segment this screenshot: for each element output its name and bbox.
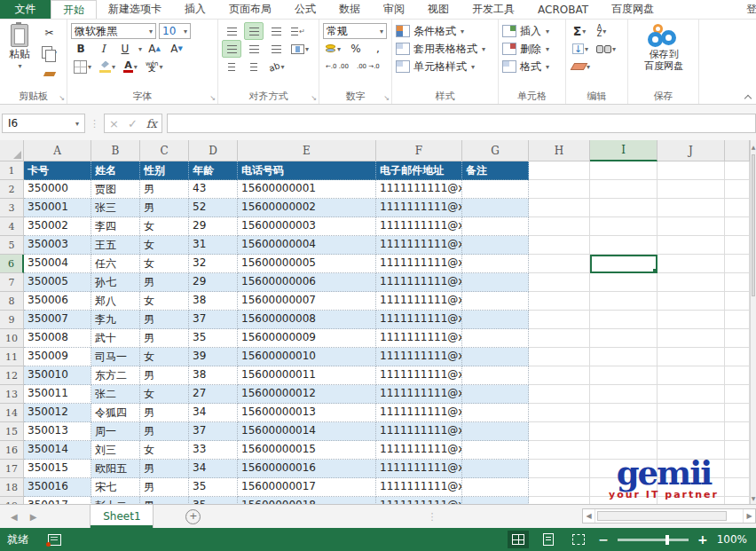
cell-A11[interactable]: 350009 xyxy=(24,348,91,366)
cell-G6[interactable] xyxy=(462,255,529,273)
cell-E17[interactable]: 15600000016 xyxy=(238,460,376,478)
scroll-left-icon[interactable]: ◀ xyxy=(583,509,595,523)
cell-J4[interactable] xyxy=(658,217,725,236)
cell-A5[interactable]: 350003 xyxy=(24,236,91,255)
cell-partial10[interactable] xyxy=(725,329,750,348)
row-header-4[interactable]: 4 xyxy=(0,217,24,236)
cell-F3[interactable]: 1111111111@xx.co xyxy=(376,199,462,217)
ribbon-tab-11[interactable]: 百度网盘 xyxy=(600,0,665,19)
cell-G5[interactable] xyxy=(462,236,529,255)
collapse-ribbon-icon[interactable] xyxy=(745,94,752,100)
cell-F18[interactable]: 1111111111@xx.co xyxy=(376,478,462,497)
ribbon-tab-5[interactable]: 公式 xyxy=(283,0,327,19)
cell-E5[interactable]: 15600000004 xyxy=(238,236,376,255)
cell-J19[interactable] xyxy=(658,497,725,504)
zoom-slider[interactable] xyxy=(618,539,689,541)
cell-F13[interactable]: 1111111111@xx.co xyxy=(376,385,462,404)
align-middle-button[interactable] xyxy=(244,22,264,40)
cell-partial19[interactable] xyxy=(725,497,750,504)
percent-style-button[interactable]: % xyxy=(346,40,366,58)
cell-H8[interactable] xyxy=(529,292,590,311)
cell-I3[interactable] xyxy=(590,199,658,217)
cell-A19[interactable]: 350017 xyxy=(24,497,91,504)
cell-H2[interactable] xyxy=(529,180,590,199)
cell-F16[interactable]: 1111111111@xx.co xyxy=(376,441,462,460)
cell-A4[interactable]: 350002 xyxy=(24,217,91,236)
row-header-9[interactable]: 9 xyxy=(0,311,24,329)
cut-button[interactable]: ✂ xyxy=(39,24,59,42)
cell-A10[interactable]: 350008 xyxy=(24,329,91,348)
zoom-level[interactable]: 100% xyxy=(717,533,747,546)
row-header-18[interactable]: 18 xyxy=(0,478,24,497)
zoom-out-button[interactable]: − xyxy=(598,532,609,547)
cell-I16[interactable] xyxy=(590,441,658,460)
cell-E2[interactable]: 15600000001 xyxy=(238,180,376,199)
enter-icon[interactable]: ✓ xyxy=(128,117,138,130)
cell-E19[interactable]: 15600000018 xyxy=(238,497,376,504)
cell-J6[interactable] xyxy=(658,255,725,273)
cell-A7[interactable]: 350005 xyxy=(24,273,91,292)
row-header-8[interactable]: 8 xyxy=(0,292,24,311)
cell-E13[interactable]: 15600000012 xyxy=(238,385,376,404)
cell-I14[interactable] xyxy=(590,404,658,422)
number-format-combo[interactable]: 常规▾ xyxy=(323,23,387,39)
cell-G16[interactable] xyxy=(462,441,529,460)
cell-I9[interactable] xyxy=(590,311,658,329)
cell-D4[interactable]: 29 xyxy=(189,217,238,236)
cell-I13[interactable] xyxy=(590,385,658,404)
decrease-decimal-button[interactable]: .00 →.0 xyxy=(354,58,382,75)
cell-G9[interactable] xyxy=(462,311,529,329)
cell-H14[interactable] xyxy=(529,404,590,422)
vertical-scroll-thumb[interactable] xyxy=(752,154,755,296)
cell-G18[interactable] xyxy=(462,478,529,497)
cell-D11[interactable]: 39 xyxy=(189,348,238,366)
ribbon-tab-9[interactable]: 开发工具 xyxy=(461,0,526,19)
cell-H18[interactable] xyxy=(529,478,590,497)
cell-D8[interactable]: 38 xyxy=(189,292,238,311)
row-header-5[interactable]: 5 xyxy=(0,236,24,255)
cell-J5[interactable] xyxy=(658,236,725,255)
new-sheet-button[interactable]: + xyxy=(185,509,201,524)
cell-H4[interactable] xyxy=(529,217,590,236)
cell-C4[interactable]: 女 xyxy=(140,217,189,236)
conditional-formatting-button[interactable]: 条件格式▾ xyxy=(396,22,495,40)
cell-F10[interactable]: 1111111111@xx.co xyxy=(376,329,462,348)
cell-J14[interactable] xyxy=(658,404,725,422)
cell-B10[interactable]: 武十 xyxy=(91,329,140,348)
cell-B2[interactable]: 贾图 xyxy=(91,180,140,199)
row-header-6[interactable]: 6 xyxy=(0,255,24,273)
row-header-12[interactable]: 12 xyxy=(0,366,24,385)
row-header-16[interactable]: 16 xyxy=(0,441,24,460)
cell-partial2[interactable] xyxy=(725,180,750,199)
cell-G8[interactable] xyxy=(462,292,529,311)
cell-J2[interactable] xyxy=(658,180,725,199)
zoom-in-button[interactable]: + xyxy=(697,532,708,547)
cell-I18[interactable] xyxy=(590,478,658,497)
cell-G11[interactable] xyxy=(462,348,529,366)
cell-G17[interactable] xyxy=(462,460,529,478)
cell-partial4[interactable] xyxy=(725,217,750,236)
font-size-combo[interactable]: 10▾ xyxy=(159,23,191,39)
selected-cell-I6[interactable] xyxy=(590,255,658,273)
cell-B5[interactable]: 王五 xyxy=(91,236,140,255)
cell-E4[interactable]: 15600000003 xyxy=(238,217,376,236)
scroll-up-icon[interactable]: ▲ xyxy=(751,140,756,153)
horizontal-scrollbar[interactable]: ◀ ▶ xyxy=(582,508,756,523)
cell-partial12[interactable] xyxy=(725,366,750,385)
cell-C12[interactable]: 男 xyxy=(140,366,189,385)
clear-button[interactable]: ▾ xyxy=(570,58,593,75)
cell-F5[interactable]: 1111111111@xx.co xyxy=(376,236,462,255)
cell-I12[interactable] xyxy=(590,366,658,385)
cell-I15[interactable] xyxy=(590,422,658,441)
cell-C1[interactable]: 性别 xyxy=(140,161,189,180)
cell-H17[interactable] xyxy=(529,460,590,478)
cell-I1[interactable] xyxy=(590,161,658,180)
save-to-baidu-button[interactable]: 保存到百度网盘 xyxy=(644,22,683,72)
cell-J13[interactable] xyxy=(658,385,725,404)
format-cells-button[interactable]: 格式▾ xyxy=(502,58,563,75)
cell-E10[interactable]: 15600000009 xyxy=(238,329,376,348)
align-left-button[interactable] xyxy=(222,40,241,58)
ribbon-tab-10[interactable]: ACROBAT xyxy=(526,0,600,19)
normal-view-button[interactable] xyxy=(508,531,529,548)
format-as-table-button[interactable]: 套用表格格式▾ xyxy=(396,40,495,58)
